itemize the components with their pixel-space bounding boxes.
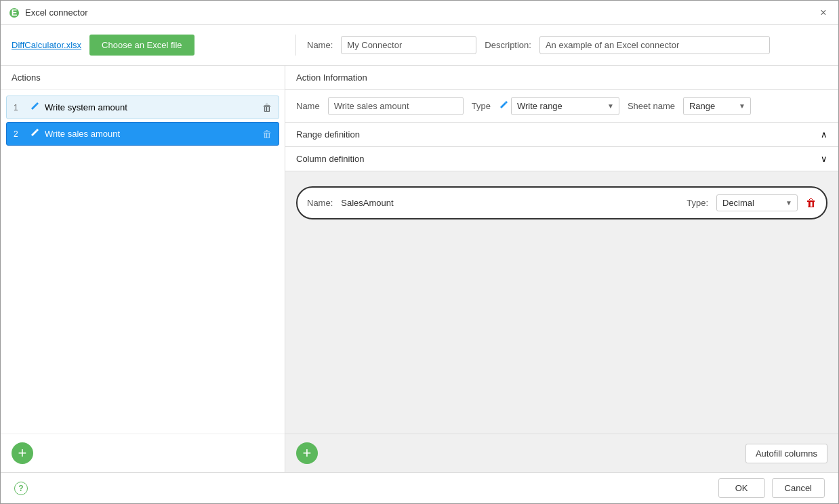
column-row: Name: Type: Decimal Integer String Boole…: [296, 186, 827, 219]
top-bar: DiffCalculator.xlsx Choose an Excel file…: [1, 25, 838, 66]
action-info-title: Action Information: [296, 72, 367, 83]
col-type-label: Type:: [687, 198, 708, 208]
footer-buttons: OK Cancel: [718, 478, 825, 498]
sheet-select-wrapper: Range Sheet1 Sheet2 ▼: [683, 97, 751, 115]
action-item-1[interactable]: 1 Write system amount 🗑: [6, 96, 279, 119]
col-def-content: Name: Type: Decimal Integer String Boole…: [285, 171, 838, 434]
action-name-label: Name: [296, 101, 320, 111]
col-def-chevron: [821, 154, 827, 164]
dialog-footer: ? OK Cancel: [1, 472, 838, 503]
action-label-2: Write sales amount: [45, 129, 257, 139]
connector-desc-input[interactable]: [539, 36, 770, 54]
write-icon-2: [30, 128, 39, 140]
action-label-1: Write system amount: [45, 102, 257, 112]
action-info-header: Action Information: [285, 66, 838, 90]
col-type-select[interactable]: Decimal Integer String Boolean DateTime: [716, 194, 798, 211]
action-num-1: 1: [14, 103, 24, 112]
autofill-columns-button[interactable]: Autofill columns: [745, 444, 827, 463]
app-icon: E: [9, 7, 20, 18]
ok-button[interactable]: OK: [718, 478, 765, 498]
title-bar-left: E Excel connector: [9, 7, 88, 18]
top-bar-left: DiffCalculator.xlsx Choose an Excel file: [12, 35, 296, 56]
col-name-label: Name:: [307, 198, 333, 208]
range-def-chevron: [821, 129, 827, 140]
excel-connector-dialog: E Excel connector × DiffCalculator.xlsx …: [0, 0, 839, 504]
dialog-title: Excel connector: [25, 7, 88, 18]
type-select-wrapper: Write range Read range Write cell Read c…: [499, 97, 619, 115]
type-select[interactable]: Write range Read range Write cell Read c…: [511, 97, 619, 115]
col-delete-icon[interactable]: 🗑: [806, 197, 817, 209]
action-delete-2[interactable]: 🗑: [262, 129, 272, 140]
sheet-select[interactable]: Range Sheet1 Sheet2: [683, 97, 751, 115]
main-content: Actions 1 Write system amount 🗑 2: [1, 66, 838, 472]
close-button[interactable]: ×: [817, 6, 830, 20]
connector-name-input[interactable]: [341, 36, 476, 54]
add-column-button[interactable]: +: [296, 442, 318, 464]
help-button[interactable]: ?: [14, 482, 28, 495]
name-label: Name:: [307, 40, 333, 50]
range-def-title: Range definition: [296, 129, 360, 140]
sheet-name-label: Sheet name: [628, 101, 675, 111]
action-item-2[interactable]: 2 Write sales amount 🗑: [6, 122, 279, 146]
action-delete-1[interactable]: 🗑: [262, 102, 272, 113]
actions-list: 1 Write system amount 🗑 2 Write sales am…: [1, 90, 285, 434]
action-info-row: Name Type Write range Read range Write c…: [285, 90, 838, 123]
svg-text:E: E: [12, 7, 18, 18]
col-def-header[interactable]: Column definition: [285, 147, 838, 171]
top-bar-right: Name: Description:: [307, 36, 827, 54]
right-panel: Action Information Name Type Write range…: [285, 66, 838, 472]
col-name-input[interactable]: [341, 198, 678, 208]
file-link[interactable]: DiffCalculator.xlsx: [12, 40, 81, 50]
range-def-header[interactable]: Range definition: [285, 123, 838, 147]
action-num-2: 2: [14, 129, 24, 139]
write-icon-1: [30, 102, 39, 113]
choose-file-button[interactable]: Choose an Excel file: [89, 35, 195, 56]
title-bar: E Excel connector ×: [1, 1, 838, 25]
add-action-button[interactable]: +: [12, 442, 33, 464]
left-panel: Actions 1 Write system amount 🗑 2: [1, 66, 285, 472]
right-footer: + Autofill columns: [285, 434, 838, 472]
desc-label: Description:: [485, 40, 531, 50]
action-type-label: Type: [472, 101, 491, 111]
action-name-input[interactable]: [328, 97, 464, 115]
col-type-select-wrapper: Decimal Integer String Boolean DateTime …: [716, 194, 798, 211]
type-icon: [499, 100, 508, 112]
actions-title: Actions: [1, 66, 285, 90]
cancel-button[interactable]: Cancel: [772, 478, 825, 498]
left-footer: +: [1, 434, 285, 472]
col-def-title: Column definition: [296, 154, 364, 164]
